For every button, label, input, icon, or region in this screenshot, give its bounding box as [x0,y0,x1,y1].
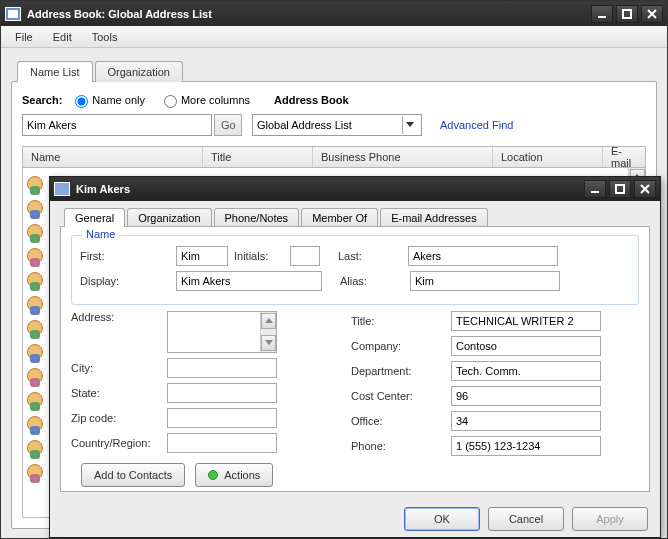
person-icon [27,320,43,336]
col-phone[interactable]: Business Phone [313,147,493,167]
green-dot-icon [208,470,218,480]
ok-button[interactable]: OK [404,507,480,531]
window-title: Address Book: Global Address List [27,8,212,20]
country-field[interactable] [167,433,277,453]
costcenter-field[interactable] [451,386,601,406]
person-icon [27,272,43,288]
lbl-department: Department: [351,365,451,377]
person-icon [27,416,43,432]
address-book-label: Address Book [274,94,349,106]
scroll-down-icon[interactable] [261,335,276,351]
address-book-window: Address Book: Global Address List File E… [0,0,668,539]
lbl-state: State: [71,387,167,399]
lbl-title: Title: [351,315,451,327]
dlg-tab-phone-notes[interactable]: Phone/Notes [214,208,300,227]
last-field[interactable] [408,246,558,266]
go-button[interactable]: Go [214,114,242,136]
svg-marker-4 [406,122,414,127]
person-icon [27,464,43,480]
svg-marker-12 [265,340,273,345]
state-field[interactable] [167,383,277,403]
dlg-tab-email[interactable]: E-mail Addresses [380,208,488,227]
first-field[interactable] [176,246,228,266]
menubar: File Edit Tools [1,26,667,48]
person-icon [27,344,43,360]
lbl-costcenter: Cost Center: [351,390,451,402]
dialog-maximize-button[interactable] [609,180,631,198]
grid-header: Name Title Business Phone Location E-mai… [22,146,646,168]
apply-button: Apply [572,507,648,531]
tab-organization[interactable]: Organization [95,61,183,82]
name-legend: Name [82,228,119,240]
address-field[interactable] [167,311,277,353]
svg-marker-11 [265,318,273,323]
col-title[interactable]: Title [203,147,313,167]
person-icon [27,296,43,312]
person-icon [27,200,43,216]
menu-file[interactable]: File [5,28,43,46]
company-field[interactable] [451,336,601,356]
dlg-tab-general[interactable]: General [64,208,125,227]
lbl-country: Country/Region: [71,437,167,449]
col-email[interactable]: E-mail [603,147,645,167]
lbl-zip: Zip code: [71,412,167,424]
dialog-title: Kim Akers [76,183,130,195]
radio-more-columns-input[interactable] [164,95,177,108]
lbl-last: Last: [338,250,408,262]
chevron-down-icon [402,116,417,134]
person-icon [27,440,43,456]
lbl-office: Office: [351,415,451,427]
lbl-company: Company: [351,340,451,352]
lbl-city: City: [71,362,167,374]
contact-dialog: Kim Akers General Organization Phone/Not… [49,176,661,538]
advanced-find-link[interactable]: Advanced Find [440,119,513,131]
menu-edit[interactable]: Edit [43,28,82,46]
col-name[interactable]: Name [23,147,203,167]
person-icon [27,224,43,240]
svg-rect-8 [616,185,624,193]
contact-card-icon [54,182,70,196]
address-book-icon [5,7,21,21]
radio-name-only-input[interactable] [75,95,88,108]
cancel-button[interactable]: Cancel [488,507,564,531]
person-icon [27,392,43,408]
dialog-footer: OK Cancel Apply [404,507,648,531]
alias-field[interactable] [410,271,560,291]
phone-field[interactable] [451,436,601,456]
dlg-tab-member-of[interactable]: Member Of [301,208,378,227]
dialog-close-button[interactable] [634,180,656,198]
close-button[interactable] [641,5,663,23]
dialog-titlebar[interactable]: Kim Akers [50,177,660,201]
person-icon [27,176,43,192]
zip-field[interactable] [167,408,277,428]
display-field[interactable] [176,271,322,291]
outer-titlebar[interactable]: Address Book: Global Address List [1,1,667,26]
col-location[interactable]: Location [493,147,603,167]
add-to-contacts-button[interactable]: Add to Contacts [81,463,185,487]
minimize-button[interactable] [591,5,613,23]
search-label: Search: [22,94,62,106]
radio-name-only[interactable]: Name only [70,92,145,108]
title-field[interactable] [451,311,601,331]
person-icon [27,248,43,264]
initials-field[interactable] [290,246,320,266]
menu-tools[interactable]: Tools [82,28,128,46]
person-icon [27,368,43,384]
lbl-alias: Alias: [340,275,410,287]
search-input[interactable] [22,114,212,136]
department-field[interactable] [451,361,601,381]
lbl-first: First: [80,250,176,262]
actions-button[interactable]: Actions [195,463,273,487]
city-field[interactable] [167,358,277,378]
office-field[interactable] [451,411,601,431]
dlg-tab-organization[interactable]: Organization [127,208,211,227]
address-book-value: Global Address List [257,119,352,131]
radio-more-columns[interactable]: More columns [159,92,250,108]
dialog-minimize-button[interactable] [584,180,606,198]
address-book-select[interactable]: Global Address List [252,114,422,136]
list-icons [27,176,43,480]
scroll-up-icon[interactable] [261,313,276,329]
maximize-button[interactable] [616,5,638,23]
main-tabbar: Name List Organization [17,60,657,81]
tab-name-list[interactable]: Name List [17,61,93,82]
